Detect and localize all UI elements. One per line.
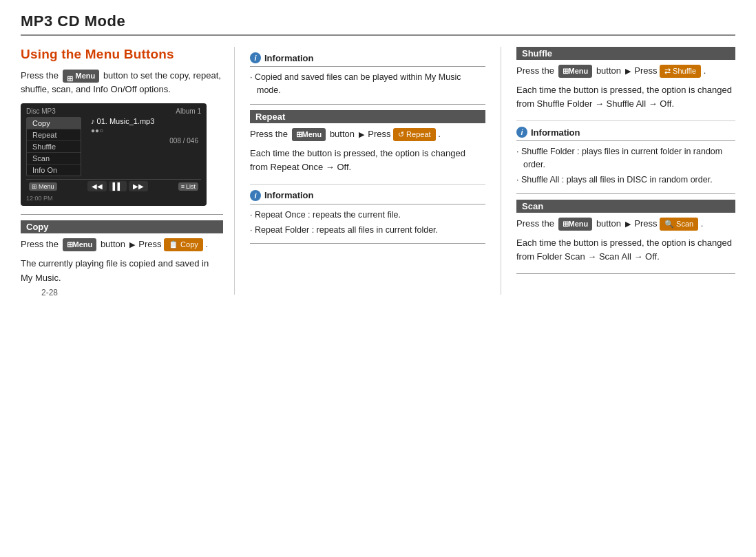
player-track-sub: ●●○: [85, 127, 201, 134]
grid-icon-scan: ⊞: [563, 218, 569, 230]
copy-badge: 📋 Copy: [164, 238, 203, 251]
left-section-title: Using the Menu Buttons: [21, 47, 223, 62]
shuffle-icon: ⇄: [664, 65, 671, 77]
repeat-info-rule: [250, 184, 485, 185]
next-btn[interactable]: ▶▶: [129, 181, 148, 191]
scan-heading-label: Scan: [522, 201, 543, 211]
player-top-bar: Disc MP3 Album 1: [26, 107, 201, 115]
arrow-right-repeat: ▶: [359, 129, 364, 140]
shuffle-badge: ⇄ Shuffle: [660, 65, 701, 78]
shuffle-info-bullet-0: Shuffle Folder : plays files in current …: [516, 145, 735, 171]
info-icon-2: i: [250, 190, 261, 201]
left-intro-text: Press the Menu button to set the copy, r…: [21, 69, 223, 96]
shuffle-badge-label: Shuffle: [673, 65, 696, 77]
scan-bottom-rule: [516, 273, 735, 274]
info-bullet-2-1: Repeat Folder : repeats all files in cur…: [250, 224, 485, 237]
info-header-1: i Information: [250, 52, 485, 63]
info-bullet-1-0: Copied and saved files can be played wit…: [250, 71, 485, 97]
repeat-badge: ↺ Repeat: [393, 128, 435, 141]
copy-body-text: The currently playing file is copied and…: [21, 257, 223, 284]
right-column: Shuffle Press the ⊞ Menu button ▶ Press …: [501, 47, 735, 295]
playback-controls: ◀◀ ▌▌ ▶▶: [87, 181, 148, 191]
player-menu-list: Copy Repeat Shuffle Scan Info On: [26, 117, 81, 176]
menu-badge-repeat: ⊞ Menu: [292, 128, 326, 141]
scan-badge: 🔍 Scan: [660, 218, 698, 231]
scan-icon: 🔍: [664, 218, 674, 230]
info-box-2: i Information Repeat Once : repeats the …: [250, 190, 485, 237]
grid-icon: [67, 73, 74, 80]
left-column: Using the Menu Buttons Press the Menu bu…: [21, 47, 234, 295]
scan-badge-label: Scan: [676, 218, 693, 230]
info-icon-1: i: [250, 52, 261, 63]
shuffle-section: Shuffle Press the ⊞ Menu button ▶ Press …: [516, 47, 735, 111]
middle-bottom-rule: [250, 243, 485, 244]
info-rule-2: [250, 204, 485, 204]
repeat-section: Repeat Press the ⊞ Menu button ▶ Press ↺…: [250, 110, 485, 174]
repeat-body-text: Each time the button is pressed, the opt…: [250, 147, 485, 174]
menu-badge-copy: ⊞ Menu: [63, 238, 97, 251]
track-icons: ●●○: [91, 127, 103, 134]
shuffle-heading-bar: Shuffle: [516, 47, 735, 60]
menu-ctrl-btn[interactable]: ⊞ Menu: [29, 182, 57, 191]
repeat-heading-label: Repeat: [255, 112, 285, 122]
menu-button-badge: Menu: [63, 70, 100, 83]
menu-item-repeat: Repeat: [27, 129, 81, 141]
scan-body-text: Each time the button is pressed, the opt…: [516, 236, 735, 264]
list-icon: ≡: [181, 183, 185, 190]
menu-badge-shuffle: ⊞ Menu: [558, 65, 593, 78]
menu-item-scan: Scan: [27, 153, 81, 165]
shuffle-info-rule-inner: [516, 140, 735, 141]
scan-top-rule: [516, 193, 735, 194]
player-controls: ⊞ Menu ◀◀ ▌▌ ▶▶ ≡ List: [26, 179, 201, 193]
scan-heading-bar: Scan: [516, 200, 735, 213]
repeat-icon: ↺: [398, 129, 404, 140]
repeat-top-rule: [250, 104, 485, 105]
info-bullet-2-0: Repeat Once : repeats the current file.: [250, 209, 485, 222]
menu-item-copy: Copy: [27, 118, 81, 129]
player-clock: 12:00 PM: [26, 193, 201, 202]
player-mockup: Disc MP3 Album 1 Copy Repeat Shuffle Sca…: [21, 103, 207, 206]
list-btn-wrap: ≡ List: [178, 182, 198, 191]
scan-section: Scan Press the ⊞ Menu button ▶ Press 🔍 S…: [516, 200, 735, 264]
player-track-area: ♪ 01. Music_1.mp3 ●●○ 008 / 046: [85, 117, 201, 179]
player-time: 008 / 046: [85, 137, 201, 145]
player-track-info: ♪ 01. Music_1.mp3: [85, 117, 201, 125]
arrow-right-copy: ▶: [129, 239, 135, 251]
page-number: 2-28: [41, 288, 58, 297]
grid-icon-shuffle: ⊞: [563, 65, 569, 77]
list-ctrl-btn[interactable]: ≡ List: [178, 182, 198, 191]
disc-label: Disc MP3: [26, 107, 56, 115]
copy-badge-label: Copy: [180, 239, 198, 251]
copy-press-text: Press the ⊞ Menu button ▶ Press 📋 Copy .: [21, 238, 223, 251]
repeat-heading-bar: Repeat: [250, 110, 485, 123]
grid-icon-copy: ⊞: [67, 239, 73, 251]
copy-section-rule-top: [21, 214, 223, 215]
grid-icon-repeat: ⊞: [296, 129, 302, 140]
shuffle-body-text: Each time the button is pressed, the opt…: [516, 83, 735, 111]
shuffle-info-box: i Information Shuffle Folder : plays fil…: [516, 127, 735, 186]
shuffle-info-bullet-1: Shuffle All : plays all files in DISC in…: [516, 174, 735, 187]
info-label-2: Information: [264, 190, 314, 200]
info-box-1: i Information Copied and saved files can…: [250, 52, 485, 97]
scan-press-text: Press the ⊞ Menu button ▶ Press 🔍 Scan .: [516, 217, 735, 231]
shuffle-heading-label: Shuffle: [522, 48, 552, 59]
album-label: Album 1: [176, 107, 201, 115]
repeat-badge-label: Repeat: [406, 129, 430, 140]
menu-item-infoon: Info On: [27, 165, 81, 176]
info-label-1: Information: [264, 53, 314, 63]
using-menu-buttons-section: Using the Menu Buttons Press the Menu bu…: [21, 47, 223, 285]
shuffle-info-label: Information: [531, 127, 580, 138]
play-pause-btn[interactable]: ▌▌: [109, 181, 127, 191]
arrow-right-shuffle: ▶: [625, 65, 631, 77]
shuffle-info-rule: [516, 120, 735, 121]
menu-badge-scan: ⊞ Menu: [558, 218, 593, 231]
shuffle-info-icon: i: [516, 127, 527, 138]
info-header-2: i Information: [250, 190, 485, 201]
menu-item-shuffle: Shuffle: [27, 141, 81, 153]
list-ctrl-label: List: [186, 183, 196, 190]
copy-icon: 📋: [169, 239, 178, 251]
page-title: MP3 CD Mode: [21, 12, 735, 30]
prev-btn[interactable]: ◀◀: [87, 181, 107, 191]
grid-icon-small: ⊞: [32, 183, 37, 190]
info-rule-1: [250, 66, 485, 67]
